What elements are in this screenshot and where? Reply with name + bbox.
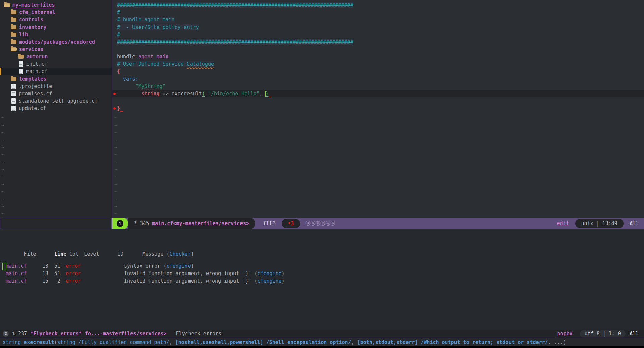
eldoc-segment: [noshell,useshell,powershell]	[175, 339, 263, 345]
eldoc-segment	[418, 339, 421, 345]
tilde-marker: ~	[114, 136, 117, 144]
eldoc-segment: /Which output to return; stdout or stder…	[421, 339, 548, 345]
code-span	[117, 76, 123, 82]
col-id[interactable]: ID	[117, 250, 142, 258]
code-line[interactable]: #	[112, 9, 644, 16]
code-span	[120, 105, 123, 112]
emacs-frame: my-masterfilescfe_internalcontrolsinvent…	[0, 0, 644, 348]
tilde-marker: ~	[114, 144, 117, 151]
code-line[interactable]: bundle agent main	[112, 53, 644, 60]
code-line[interactable]: # bundle agent main	[112, 16, 644, 23]
folder-icon	[11, 77, 16, 81]
tree-item-standalone_self_upgrade.cf[interactable]: standalone_self_upgrade.cf	[0, 97, 112, 105]
tree-item-label: promises.cf	[19, 90, 52, 97]
code-line[interactable]	[112, 97, 644, 105]
tree-item-promises.cf[interactable]: promises.cf	[0, 90, 112, 97]
code-line[interactable]: {	[112, 68, 644, 75]
tree-item-lib[interactable]: lib	[0, 31, 112, 38]
code-span	[269, 91, 272, 97]
tree-item-my-masterfiles[interactable]: my-masterfiles	[0, 1, 112, 9]
buffer-name[interactable]: *Flycheck errors* fo...-masterfiles/serv…	[30, 331, 166, 337]
code-span: ########################################…	[117, 39, 353, 45]
col-line[interactable]: Line	[53, 250, 66, 258]
eldoc-segment: /Shell encapsulation option/	[266, 339, 351, 345]
code-line[interactable]: "MyString"	[112, 83, 644, 90]
treemacs-sidebar: my-masterfilescfe_internalcontrolsinvent…	[0, 0, 112, 218]
code-span: }	[117, 105, 120, 111]
col-col[interactable]: Col	[66, 250, 78, 258]
tree-item-label: main.cf	[26, 68, 47, 75]
tree-item-modules/packages/vendored[interactable]: modules/packages/vendored	[0, 38, 112, 46]
code-line[interactable]: }	[112, 105, 644, 112]
tilde-marker: ~	[1, 158, 4, 166]
file-icon	[11, 98, 16, 104]
tree-item-inventory[interactable]: inventory	[0, 23, 112, 31]
major-mode[interactable]: CFE3	[260, 220, 280, 227]
eldoc-segment: ,	[169, 339, 175, 345]
code-line[interactable]: # - User/Site policy entry	[112, 23, 644, 31]
major-mode[interactable]: Flycheck errors	[176, 331, 221, 337]
tree-item-controls[interactable]: controls	[0, 16, 112, 23]
code-line[interactable]: #	[112, 31, 644, 38]
tilde-marker: ~	[1, 166, 4, 173]
tree-item-label: modules/packages/vendored	[19, 38, 95, 46]
editor-empty-lines: ~~~~~~~~~~~~~~	[114, 114, 117, 217]
tilde-marker: ~	[1, 203, 4, 210]
code-span: string	[141, 91, 159, 97]
code-span: # bundle agent main	[117, 17, 175, 23]
error-message-close: )	[191, 263, 194, 269]
tree-item-label: inventory	[19, 23, 46, 31]
tree-item-templates[interactable]: templates	[0, 75, 112, 83]
code-span: # - User/Site policy entry	[117, 24, 199, 30]
col-level[interactable]: Level	[78, 250, 117, 258]
tilde-marker: ~	[1, 144, 4, 151]
code-line[interactable]: vars:	[112, 75, 644, 83]
flycheck-error-count[interactable]: •3	[282, 219, 300, 228]
code-span: main	[156, 54, 168, 60]
tree-item-.projectile[interactable]: .projectile	[0, 83, 112, 90]
error-row[interactable]: main.cf1351errorsyntax error (cfengine)	[0, 262, 644, 270]
buffer-position: All	[630, 331, 639, 337]
code-span: execresult	[172, 91, 202, 97]
tilde-marker: ~	[1, 173, 4, 181]
tilde-marker: ~	[114, 188, 117, 195]
col-file[interactable]: File	[24, 250, 53, 258]
eldoc-segment	[263, 339, 266, 345]
code-line[interactable]: string => execresult( "/bin/echo Hello",…	[112, 90, 644, 97]
code-span: "/bin/echo Hello"	[208, 91, 260, 97]
code-line[interactable]	[112, 46, 644, 53]
tree-item-label: autorun	[26, 53, 48, 60]
file-icon	[19, 61, 23, 67]
tilde-marker: ~	[1, 121, 4, 129]
error-message: syntax error (cfengine)	[124, 263, 194, 269]
tilde-marker: ~	[1, 195, 4, 203]
tree-item-init.cf[interactable]: init.cf	[0, 60, 112, 68]
code-line[interactable]: ########################################…	[112, 1, 644, 9]
code-span	[117, 91, 141, 97]
error-row[interactable]: main.cf1351errorInvalid function argumen…	[0, 270, 644, 277]
flycheck-errors-window[interactable]: FileLineColLevelIDMessage (Checker) main…	[0, 229, 644, 330]
tree-item-update.cf[interactable]: update.cf	[0, 105, 112, 112]
tree-item-cfe_internal[interactable]: cfe_internal	[0, 9, 112, 16]
error-message: Invalid function argument, wrong input '…	[124, 270, 285, 277]
eldoc-segment: [both,stdout,stderr]	[357, 339, 418, 345]
editor-window[interactable]: ########################################…	[112, 0, 644, 218]
code-line[interactable]: # User Defined Service Catalogue	[112, 60, 644, 68]
tilde-marker: ~	[1, 188, 4, 195]
code-span: =>	[159, 91, 171, 97]
buffer-id[interactable]: * 345 main.cf<my-masterfiles/services>	[128, 218, 255, 229]
eldoc-segment: execresult	[24, 339, 54, 345]
code-span: vars:	[123, 76, 138, 82]
code-line[interactable]: ########################################…	[112, 38, 644, 46]
tree-item-autorun[interactable]: autorun	[0, 53, 112, 60]
tree-item-services[interactable]: services	[0, 46, 112, 53]
frame-bottom-edge	[0, 346, 644, 348]
file-icon	[11, 91, 16, 96]
eldoc-segment: , ...)	[548, 339, 566, 345]
col-message[interactable]: Message (Checker)	[142, 251, 194, 257]
code-span: ,	[259, 91, 265, 97]
error-level: error	[60, 270, 99, 277]
error-row[interactable]: main.cf152errorInvalid function argument…	[0, 277, 644, 285]
buffer-position: All	[630, 220, 639, 227]
tree-item-main.cf[interactable]: main.cf	[0, 68, 112, 75]
